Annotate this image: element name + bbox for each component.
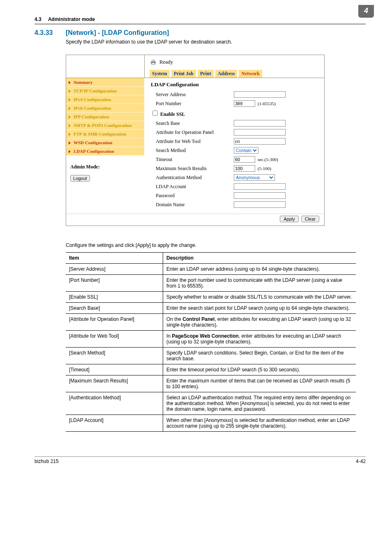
table-row: [Server Address]Enter an LDAP server add… xyxy=(66,264,356,275)
cell-item: [Authentication Method] xyxy=(66,392,163,415)
svg-rect-2 xyxy=(152,63,155,64)
table-row: [Enable SSL]Specify whether to enable or… xyxy=(66,292,356,303)
label-domain: Domain Name xyxy=(151,202,234,208)
sidebar-item-ipv6[interactable]: IPv6 Configuration xyxy=(66,104,144,113)
label-port: Port Number xyxy=(151,101,234,107)
admin-mode-label: Admin Mode: xyxy=(66,156,144,175)
cell-item: [Attribute for Web Tool] xyxy=(66,331,163,348)
cell-desc: On the Control Panel, enter attributes f… xyxy=(163,314,356,331)
server-address-input[interactable] xyxy=(234,91,286,98)
password-input[interactable] xyxy=(234,192,286,199)
label-timeout: Timeout xyxy=(151,157,234,163)
sidebar-item-ldap[interactable]: LDAP Configuration xyxy=(66,147,144,156)
domain-input[interactable] xyxy=(234,201,286,208)
footer-right: 4-42 xyxy=(356,458,366,464)
tab-network[interactable]: Network xyxy=(239,70,262,78)
section-number: 4.3.33 xyxy=(35,29,56,37)
sidebar: Summary TCP/IP Configuration IPv4 Config… xyxy=(66,78,144,214)
logout-button[interactable]: Logout xyxy=(70,175,90,182)
sidebar-item-ftp[interactable]: FTP & SMB Configuration xyxy=(66,130,144,138)
label-password: Password xyxy=(151,193,234,199)
status-ready: Ready xyxy=(150,58,319,66)
attr-web-input[interactable] xyxy=(234,138,286,145)
cell-item: [Server Address] xyxy=(66,264,163,275)
sidebar-item-wsd[interactable]: WSD Configuration xyxy=(66,138,144,147)
label-ldap-account: LDAP Account xyxy=(151,184,234,190)
description-table: Item Description [Server Address]Enter a… xyxy=(66,252,356,432)
cell-item: [Port Number] xyxy=(66,275,163,292)
form-title: LDAP Configuration xyxy=(151,81,318,88)
cell-desc: Enter the search start point for LDAP se… xyxy=(163,303,356,314)
intro-text: Specify the LDAP information to use the … xyxy=(66,39,366,45)
table-row: [Maximum Search Results]Enter the maximu… xyxy=(66,375,356,392)
cell-desc: Enter the timeout period for LDAP search… xyxy=(163,364,356,375)
sidebar-item-summary[interactable]: Summary xyxy=(66,78,144,87)
clear-button[interactable]: Clear xyxy=(301,216,319,222)
port-hint: (1-65535) xyxy=(258,101,276,106)
cell-desc: Enter an LDAP server address (using up t… xyxy=(163,264,356,275)
table-row: [Authentication Method]Select an LDAP au… xyxy=(66,392,356,415)
cell-item: [LDAP Account] xyxy=(66,415,163,432)
table-row: [Port Number]Enter the port number used … xyxy=(66,275,356,292)
cell-item: [Enable SSL] xyxy=(66,292,163,303)
chapter-badge: 4 xyxy=(358,5,374,18)
table-row: [Attribute for Web Tool]In PageScope Web… xyxy=(66,331,356,348)
header-section-num: 4.3 xyxy=(35,16,42,22)
tab-address[interactable]: Address xyxy=(215,70,238,78)
embedded-screenshot: Ready System Print Job Print Address Net… xyxy=(66,55,325,226)
table-row: [LDAP Account]When other than [Anonymous… xyxy=(66,415,356,432)
cell-item: [Attribute for Operation Panel] xyxy=(66,314,163,331)
sidebar-item-tcpip[interactable]: TCP/IP Configuration xyxy=(66,87,144,95)
table-row: [Attribute for Operation Panel]On the Co… xyxy=(66,314,356,331)
header-section: 4.3 Administrator mode xyxy=(35,16,95,22)
label-search-base: Search Base xyxy=(151,120,234,127)
attr-panel-input[interactable] xyxy=(234,129,286,136)
cell-item: [Maximum Search Results] xyxy=(66,375,163,392)
tab-printjob[interactable]: Print Job xyxy=(171,70,196,78)
cell-item: [Search Method] xyxy=(66,348,163,364)
printer-icon xyxy=(150,58,157,66)
sidebar-item-smtp[interactable]: SMTP & POP3 Configuration xyxy=(66,121,144,130)
ldap-account-input[interactable] xyxy=(234,183,286,190)
section-title: [Network] - [LDAP Configuration] xyxy=(66,29,169,37)
label-ssl: Enable SSL xyxy=(160,111,185,117)
timeout-hint: sec.(5-300) xyxy=(258,157,278,162)
auth-method-select[interactable]: Anonymous xyxy=(234,174,275,181)
svg-rect-1 xyxy=(152,60,155,61)
table-row: [Search Method]Specify LDAP search condi… xyxy=(66,348,356,364)
label-search-method: Search Method xyxy=(151,147,234,154)
timeout-input[interactable] xyxy=(234,156,255,163)
label-server-address: Server Address xyxy=(151,92,234,98)
search-base-input[interactable] xyxy=(234,120,286,127)
search-method-select[interactable]: Contain xyxy=(234,147,258,154)
max-results-hint: (5-100) xyxy=(258,166,271,171)
main-panel: LDAP Configuration Server Address Port N… xyxy=(144,78,324,214)
tab-system[interactable]: System xyxy=(150,70,170,78)
footer-left: bizhub 215 xyxy=(35,458,59,464)
cell-desc: Enter the port number used to communicat… xyxy=(163,275,356,292)
cell-desc: Enter the maximum number of items that c… xyxy=(163,375,356,392)
sidebar-item-ipv4[interactable]: IPv4 Configuration xyxy=(66,95,144,104)
enable-ssl-checkbox[interactable] xyxy=(152,111,158,116)
port-input[interactable] xyxy=(234,100,255,107)
config-instruction: Configure the settings and click [Apply]… xyxy=(66,242,366,248)
apply-button[interactable]: Apply xyxy=(280,216,299,222)
label-attr-web: Attribute for Web Tool xyxy=(151,138,234,145)
status-text: Ready xyxy=(159,59,173,65)
cell-desc: In PageScope Web Connection, enter attri… xyxy=(163,331,356,348)
label-attr-panel: Attribute for Operation Panel xyxy=(151,129,234,136)
max-results-input[interactable] xyxy=(234,165,255,172)
table-row: [Timeout]Enter the timeout period for LD… xyxy=(66,364,356,375)
cell-desc: Specify whether to enable or disable SSL… xyxy=(163,292,356,303)
header-section-title: Administrator mode xyxy=(48,16,95,22)
table-row: [Search Base]Enter the search start poin… xyxy=(66,303,356,314)
th-item: Item xyxy=(66,253,163,264)
label-max-results: Maximum Search Results xyxy=(151,166,234,172)
cell-desc: Select an LDAP authentication method. Th… xyxy=(163,392,356,415)
sidebar-item-ipp[interactable]: IPP Configuration xyxy=(66,113,144,121)
tab-print[interactable]: Print xyxy=(198,70,214,78)
cell-item: [Search Base] xyxy=(66,303,163,314)
cell-desc: Specify LDAP search conditions. Select B… xyxy=(163,348,356,364)
th-desc: Description xyxy=(163,253,356,264)
cell-desc: When other than [Anonymous] is selected … xyxy=(163,415,356,432)
